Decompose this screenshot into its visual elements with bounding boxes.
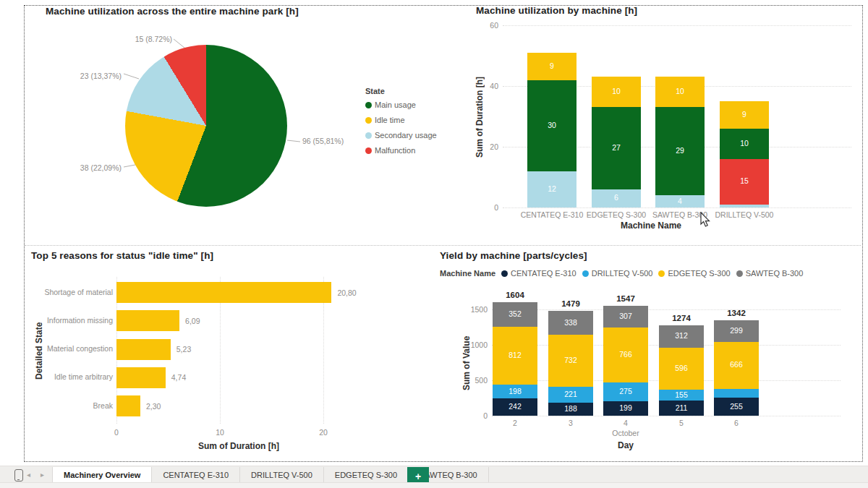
pie-data-label: 23 (13,37%) xyxy=(56,72,122,80)
legend-item-centateq-e-310[interactable]: CENTATEQ E-310 xyxy=(501,269,576,278)
bar-total-label: 1274 xyxy=(659,314,704,322)
x-category-label: 3 xyxy=(548,419,593,427)
bar-segment-label: 10 xyxy=(720,139,769,147)
y-category-label: Shortage of material xyxy=(26,288,113,296)
y-tick-label: 1500 xyxy=(461,305,488,314)
legend-item-secondary-usage[interactable]: Secondary usage xyxy=(365,131,437,140)
row-divider-dotted xyxy=(25,245,861,246)
bar-segment-label: 312 xyxy=(659,331,704,340)
pie-data-label: 38 (22,09%) xyxy=(56,163,122,172)
x-category-label: 5 xyxy=(659,419,704,427)
bar-segment-label: 299 xyxy=(714,326,759,335)
bar[interactable] xyxy=(116,310,179,331)
yield-legend: Machine Name CENTATEQ E-310DRILLTEQ V-50… xyxy=(440,269,803,278)
bar-segment-label: 155 xyxy=(659,390,704,399)
bar-total-label: 1604 xyxy=(493,291,537,299)
powerbi-report-canvas: Machine utilization across the entire ma… xyxy=(0,0,868,488)
legend-item-sawteq-b-300[interactable]: SAWTEQ B-300 xyxy=(736,269,804,278)
utilization-x-axis-title: Machine Name xyxy=(600,221,702,231)
mobile-view-icon[interactable] xyxy=(14,469,23,481)
bar-segment-label: 10 xyxy=(592,87,641,95)
y-category-label: Material congestion xyxy=(26,344,113,353)
yield-x-group-label: October xyxy=(590,429,662,437)
gridline xyxy=(492,416,841,416)
legend-label: CENTATEQ E-310 xyxy=(511,269,576,278)
tab-label: CENTATEQ E-310 xyxy=(163,471,229,479)
tab-centateq-e-310[interactable]: CENTATEQ E-310 xyxy=(152,467,240,483)
tab-edgeteq-s-300[interactable]: EDGETEQ S-300 xyxy=(324,467,409,483)
idle-reasons-x-axis-title: Sum of Duration [h] xyxy=(174,441,304,451)
bar-segment-label: 275 xyxy=(603,387,648,395)
legend-label: EDGETEQ S-300 xyxy=(668,269,730,278)
yield-y-axis-title: Sum of Value xyxy=(461,325,472,401)
bar-segment-label: 12 xyxy=(527,184,576,193)
bar-segment[interactable] xyxy=(720,205,769,207)
x-category-label: DRILLTEQ V-500 xyxy=(705,210,784,219)
idle-reasons-chart-title: Top 5 reasons for status "idle time" [h] xyxy=(31,250,213,261)
bar-segment-label: 6 xyxy=(592,193,641,202)
bar-segment-label: 211 xyxy=(659,403,704,412)
bar-segment[interactable] xyxy=(714,389,759,398)
tab-drillteq-v-500[interactable]: DRILLTEQ V-500 xyxy=(240,467,324,483)
legend-swatch xyxy=(501,270,508,277)
legend-item-main-usage[interactable]: Main usage xyxy=(365,100,437,109)
bar-value-label: 20,80 xyxy=(337,288,356,297)
legend-label: Main usage xyxy=(375,100,416,109)
pie-legend-title: State xyxy=(365,87,437,95)
tab-label: Machinery Overview xyxy=(64,471,140,479)
legend-swatch xyxy=(582,270,589,277)
bar-value-label: 5,23 xyxy=(176,345,191,354)
bar[interactable] xyxy=(116,339,171,360)
legend-swatch xyxy=(736,270,743,277)
tab-scroll-left-icon[interactable]: ◂ xyxy=(27,471,30,479)
pie-data-label: 96 (55,81%) xyxy=(302,137,367,145)
bar-segment-label: 198 xyxy=(493,387,537,395)
tab-machinery-overview[interactable]: Machinery Overview xyxy=(52,467,152,483)
legend-swatch xyxy=(365,117,372,124)
bar-segment-label: 9 xyxy=(720,110,769,119)
yield-x-axis-title: Day xyxy=(590,440,662,450)
bar-segment-label: 666 xyxy=(714,360,759,369)
yield-chart-title: Yield by machine [parts/cycles] xyxy=(440,250,587,261)
legend-label: Malfunction xyxy=(375,146,415,155)
bar-segment-label: 307 xyxy=(603,312,648,320)
bar-segment-label: 10 xyxy=(655,87,705,95)
bar-total-label: 1342 xyxy=(714,309,759,317)
bar-segment-label: 30 xyxy=(527,121,576,129)
y-tick-label: 0 xyxy=(461,411,488,420)
bar-value-label: 4,74 xyxy=(171,373,186,382)
bar[interactable] xyxy=(116,395,140,416)
y-tick-label: 500 xyxy=(461,376,488,385)
gridline xyxy=(503,25,851,26)
y-tick-label: 40 xyxy=(477,82,498,90)
legend-item-idle-time[interactable]: Idle time xyxy=(365,116,437,124)
bar[interactable] xyxy=(116,282,331,303)
bar-segment-label: 766 xyxy=(603,350,648,359)
x-tick-label: 10 xyxy=(209,428,231,437)
x-tick-label: 0 xyxy=(106,428,127,437)
legend-item-edgeteq-s-300[interactable]: EDGETEQ S-300 xyxy=(658,269,730,278)
bar-total-label: 1547 xyxy=(603,294,648,303)
legend-label: Secondary usage xyxy=(375,131,437,140)
y-tick-label: 0 xyxy=(477,203,498,212)
legend-item-drillteq-v-500[interactable]: DRILLTEQ V-500 xyxy=(582,269,653,278)
utilization-chart-title: Machine utilization by machine [h] xyxy=(476,5,637,16)
pie-data-label: 15 (8.72%) xyxy=(107,35,172,43)
yield-legend-title: Machine Name xyxy=(440,269,495,278)
bar[interactable] xyxy=(116,367,166,388)
tab-scroll-right-icon[interactable]: ▸ xyxy=(41,471,44,479)
bar-segment-label: 221 xyxy=(548,390,593,398)
bar-segment-label: 352 xyxy=(493,309,537,318)
mouse-cursor xyxy=(700,212,712,228)
legend-item-malfunction[interactable]: Malfunction xyxy=(365,146,437,155)
x-category-label: 2 xyxy=(493,419,537,427)
y-category-label: Information missing xyxy=(26,316,113,325)
bar-segment-label: 4 xyxy=(655,197,705,205)
bar-segment-label: 596 xyxy=(659,364,704,372)
bar-segment-label: 29 xyxy=(655,146,705,155)
gridline xyxy=(492,309,841,310)
x-category-label: 6 xyxy=(714,419,759,427)
legend-swatch xyxy=(658,270,665,277)
y-tick-label: 60 xyxy=(477,21,498,30)
legend-label: SAWTEQ B-300 xyxy=(746,269,804,278)
